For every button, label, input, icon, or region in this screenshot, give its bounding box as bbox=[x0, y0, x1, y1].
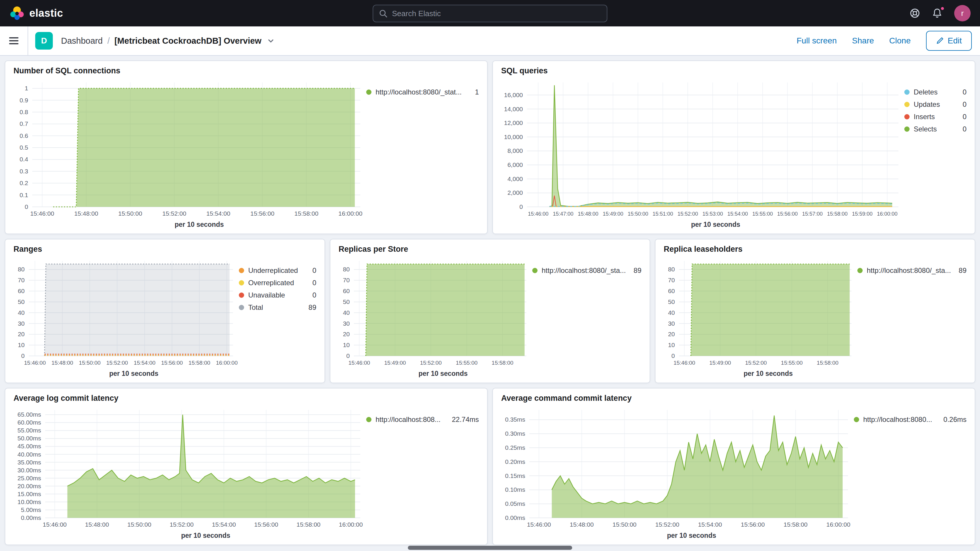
chart-canvas: 15:46:0015:49:0015:52:0015:55:0015:58:00… bbox=[659, 255, 858, 370]
legend-series-label: Unavailable bbox=[248, 291, 305, 299]
help-icon[interactable] bbox=[910, 8, 920, 19]
svg-text:15:58:00: 15:58:00 bbox=[827, 211, 848, 217]
svg-text:0: 0 bbox=[346, 352, 350, 359]
svg-text:15:58:00: 15:58:00 bbox=[297, 521, 321, 528]
legend-series-dot-icon bbox=[904, 89, 910, 95]
legend-series-dot-icon bbox=[239, 305, 244, 310]
ranges-chart[interactable]: 15:46:0015:48:0015:50:0015:52:0015:54:00… bbox=[9, 255, 239, 370]
panel-title: SQL queries bbox=[493, 61, 975, 76]
legend-item[interactable]: http://localhost:808...22.74ms bbox=[366, 413, 481, 426]
legend-item[interactable]: Underreplicated0 bbox=[239, 264, 319, 277]
legend-item[interactable]: http://localhost:8080/_stat...1 bbox=[366, 86, 481, 98]
legend-series-label: Total bbox=[248, 303, 301, 312]
command-commit-latency-chart[interactable]: 15:46:0015:48:0015:50:0015:52:0015:54:00… bbox=[496, 404, 854, 532]
svg-text:15:50:00: 15:50:00 bbox=[628, 211, 648, 217]
legend-item[interactable]: Selects0 bbox=[904, 123, 969, 135]
panel-title: Average log commit latency bbox=[5, 389, 487, 404]
legend-series-value: 89 bbox=[309, 303, 316, 312]
svg-text:15:48:00: 15:48:00 bbox=[85, 521, 109, 528]
edit-button[interactable]: Edit bbox=[926, 31, 972, 51]
svg-text:15:56:00: 15:56:00 bbox=[254, 521, 278, 528]
svg-text:10.00ms: 10.00ms bbox=[18, 498, 41, 505]
user-avatar[interactable]: r bbox=[954, 5, 970, 21]
svg-text:10: 10 bbox=[343, 341, 350, 348]
svg-text:15:46:00: 15:46:00 bbox=[24, 360, 46, 366]
svg-text:15:47:00: 15:47:00 bbox=[553, 211, 573, 217]
svg-text:16:00:00: 16:00:00 bbox=[216, 360, 238, 366]
breadcrumb-separator: / bbox=[107, 36, 110, 46]
legend-item[interactable]: http://localhost:8080/_sta...89 bbox=[532, 264, 644, 277]
legend-series-label: http://localhost:8080/_sta... bbox=[867, 266, 951, 275]
legend-series-value: 0 bbox=[312, 291, 316, 299]
full-screen-button[interactable]: Full screen bbox=[797, 36, 837, 46]
svg-text:0.05ms: 0.05ms bbox=[505, 500, 525, 507]
brand[interactable]: elastic bbox=[10, 6, 63, 21]
chart-canvas: 15:46:0015:48:0015:50:0015:52:0015:54:00… bbox=[9, 76, 366, 221]
replica-leaseholders-chart[interactable]: 15:46:0015:49:0015:52:0015:55:0015:58:00… bbox=[659, 255, 858, 370]
svg-text:0.25ms: 0.25ms bbox=[505, 444, 525, 451]
svg-text:30: 30 bbox=[668, 320, 675, 327]
x-axis-label: per 10 seconds bbox=[496, 221, 904, 233]
svg-text:40: 40 bbox=[343, 309, 350, 316]
legend-item[interactable]: http://localhost:8080/_sta...89 bbox=[858, 264, 969, 277]
panel-average-command-commit-latency: Average command commit latency 15:46:001… bbox=[492, 388, 975, 545]
svg-text:20: 20 bbox=[668, 331, 675, 338]
svg-text:25.00ms: 25.00ms bbox=[18, 475, 41, 481]
svg-text:15:56:00: 15:56:00 bbox=[777, 211, 798, 217]
svg-text:15:48:00: 15:48:00 bbox=[51, 360, 73, 366]
svg-text:15:54:00: 15:54:00 bbox=[727, 211, 748, 217]
legend-item[interactable]: Overreplicated0 bbox=[239, 277, 319, 289]
chart-canvas: 15:46:0015:49:0015:52:0015:55:0015:58:00… bbox=[334, 255, 532, 370]
panel-sql-queries: SQL queries 15:46:0015:47:0015:48:0015:4… bbox=[492, 61, 975, 234]
legend-item[interactable]: Inserts0 bbox=[904, 111, 969, 123]
legend-series-dot-icon bbox=[858, 268, 862, 273]
search-input[interactable] bbox=[392, 9, 601, 18]
svg-text:20.00ms: 20.00ms bbox=[18, 483, 41, 489]
horizontal-scrollbar-thumb[interactable] bbox=[408, 546, 572, 550]
legend-item[interactable]: http://localhost:8080...0.26ms bbox=[854, 413, 969, 426]
svg-text:0.20ms: 0.20ms bbox=[505, 458, 525, 465]
chart-legend: http://localhost:808...22.74ms bbox=[366, 404, 481, 543]
legend-item[interactable]: Deletes0 bbox=[904, 86, 969, 98]
legend-item[interactable]: Unavailable0 bbox=[239, 289, 319, 301]
legend-series-label: Overreplicated bbox=[248, 279, 305, 287]
svg-text:30: 30 bbox=[343, 320, 350, 327]
nav-menu-button[interactable] bbox=[0, 26, 28, 55]
svg-text:50: 50 bbox=[668, 298, 675, 305]
panel-title: Number of SQL connections bbox=[5, 61, 487, 76]
svg-text:15:52:00: 15:52:00 bbox=[170, 521, 194, 528]
legend-series-value: 1 bbox=[475, 88, 479, 96]
log-commit-latency-chart[interactable]: 15:46:0015:48:0015:50:0015:52:0015:54:00… bbox=[9, 404, 366, 532]
breadcrumb-dashboard[interactable]: Dashboard bbox=[61, 36, 103, 46]
svg-text:15:58:00: 15:58:00 bbox=[492, 360, 514, 366]
chart-canvas: 15:46:0015:48:0015:50:0015:52:0015:54:00… bbox=[9, 255, 239, 370]
svg-text:50.00ms: 50.00ms bbox=[18, 435, 41, 441]
svg-text:0.1: 0.1 bbox=[20, 191, 28, 198]
panel-replicas-per-store: Replicas per Store 15:46:0015:49:0015:52… bbox=[330, 239, 650, 383]
svg-text:15:52:00: 15:52:00 bbox=[106, 360, 128, 366]
svg-text:15:50:00: 15:50:00 bbox=[612, 521, 637, 528]
panel-title: Replicas per Store bbox=[330, 239, 650, 255]
replicas-per-store-chart[interactable]: 15:46:0015:49:0015:52:0015:55:0015:58:00… bbox=[334, 255, 532, 370]
legend-item[interactable]: Total89 bbox=[239, 301, 319, 314]
panel-title: Average command commit latency bbox=[493, 389, 975, 404]
sql-queries-chart[interactable]: 15:46:0015:47:0015:48:0015:49:0015:50:00… bbox=[496, 76, 904, 221]
chevron-down-icon[interactable] bbox=[267, 37, 274, 44]
chart-legend: http://localhost:8080/_stat...1 bbox=[366, 76, 481, 233]
legend-series-label: Deletes bbox=[914, 88, 955, 96]
legend-series-value: 0 bbox=[312, 279, 316, 287]
share-button[interactable]: Share bbox=[852, 36, 874, 46]
svg-text:15:52:00: 15:52:00 bbox=[678, 211, 698, 217]
clone-button[interactable]: Clone bbox=[889, 36, 911, 46]
legend-item[interactable]: Updates0 bbox=[904, 98, 969, 111]
space-badge[interactable]: D bbox=[35, 32, 53, 49]
svg-text:0.8: 0.8 bbox=[20, 108, 28, 115]
svg-text:16:00:00: 16:00:00 bbox=[826, 521, 850, 528]
svg-text:70: 70 bbox=[343, 277, 350, 283]
global-search[interactable] bbox=[372, 5, 608, 22]
svg-text:15:52:00: 15:52:00 bbox=[655, 521, 679, 528]
kibana-header: elastic r bbox=[0, 0, 980, 26]
svg-text:0.5: 0.5 bbox=[20, 144, 28, 151]
sql-connections-chart[interactable]: 15:46:0015:48:0015:50:0015:52:0015:54:00… bbox=[9, 76, 366, 221]
alerts-bell-icon[interactable] bbox=[932, 8, 942, 19]
